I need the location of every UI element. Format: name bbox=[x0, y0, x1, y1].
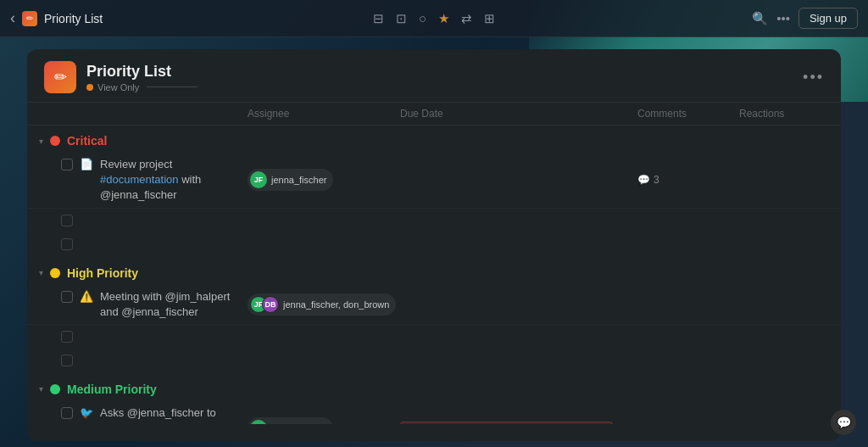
main-container: ✏ Priority List View Only ••• Assignee D… bbox=[27, 49, 841, 441]
group-medium-priority-header[interactable]: ▾ Medium Priority bbox=[27, 374, 841, 401]
medium-priority-title: Medium Priority bbox=[67, 383, 157, 396]
board-title: Priority List bbox=[86, 63, 793, 81]
due-date-cell: 📅 Jun 26, 2022, 11:00 PM - Jun 29, 2022,… bbox=[400, 422, 637, 424]
empty-row bbox=[27, 209, 841, 232]
assignee-name: jenna_fischer bbox=[271, 175, 326, 185]
grid-icon[interactable]: ⊞ bbox=[484, 11, 495, 26]
view-only-line bbox=[147, 87, 198, 87]
share-icon[interactable]: ⇄ bbox=[461, 11, 472, 26]
empty-checkbox[interactable] bbox=[61, 331, 73, 343]
task-name-cell: 📄 Review project #documentation with @je… bbox=[61, 157, 248, 204]
empty-row bbox=[27, 325, 841, 349]
task-text: Asks @jenna_fischer to assign action ite… bbox=[100, 405, 248, 424]
board-title-area: Priority List View Only bbox=[86, 63, 793, 92]
task-checkbox[interactable] bbox=[61, 407, 73, 419]
star-icon[interactable]: ★ bbox=[438, 11, 449, 26]
board-subtitle: View Only bbox=[86, 82, 793, 92]
due-date-chip: 📅 Jun 26, 2022, 11:00 PM - Jun 29, 2022,… bbox=[400, 422, 613, 424]
high-priority-title: High Priority bbox=[67, 266, 138, 280]
board-header: ✏ Priority List View Only ••• bbox=[27, 49, 841, 103]
page-icon: ✏ bbox=[22, 11, 37, 26]
assignee-cell: JF DB jenna_fischer, don_brown bbox=[248, 293, 400, 316]
board-menu-button[interactable]: ••• bbox=[803, 69, 824, 87]
empty-checkbox[interactable] bbox=[61, 355, 73, 366]
layout-icon-1[interactable]: ⊟ bbox=[373, 11, 384, 26]
topbar: ‹ ✏ Priority List ⊟ ⊡ ○ ★ ⇄ ⊞ 🔍 ••• Sign… bbox=[0, 0, 868, 37]
group-high-priority-header[interactable]: ▾ High Priority bbox=[27, 258, 841, 285]
page-title: Priority List bbox=[44, 12, 103, 25]
chat-button[interactable]: 💬 bbox=[831, 410, 856, 435]
collapse-high-icon[interactable]: ▾ bbox=[39, 268, 43, 277]
board-icon: ✏ bbox=[44, 61, 76, 93]
table-row: 🐦 Asks @jenna_fischer to assign action i… bbox=[27, 401, 841, 424]
search-icon[interactable]: 🔍 bbox=[752, 11, 768, 26]
more-icon[interactable]: ••• bbox=[776, 11, 790, 25]
high-priority-dot bbox=[50, 268, 60, 278]
avatar: JF bbox=[250, 171, 267, 188]
assignee-name: jenna_fischer bbox=[271, 423, 326, 424]
table-row: ⚠️ Meeting with @jim_halpert and @jenna_… bbox=[27, 285, 841, 325]
collapse-critical-icon[interactable]: ▾ bbox=[39, 137, 43, 146]
view-only-label: View Only bbox=[97, 82, 139, 92]
critical-title: Critical bbox=[67, 134, 107, 148]
collapse-medium-icon[interactable]: ▾ bbox=[39, 384, 43, 394]
col-comments: Comments bbox=[637, 108, 739, 120]
avatar-don: DB bbox=[262, 296, 279, 313]
view-only-dot bbox=[86, 84, 93, 91]
empty-checkbox[interactable] bbox=[61, 215, 73, 226]
topbar-center: ⊟ ⊡ ○ ★ ⇄ ⊞ bbox=[373, 11, 495, 26]
task-name-cell: ⚠️ Meeting with @jim_halpert and @jenna_… bbox=[61, 289, 248, 320]
task-checkbox[interactable] bbox=[61, 291, 73, 303]
group-high-priority: ▾ High Priority ⚠️ Meeting with @jim_hal… bbox=[27, 258, 841, 372]
col-assignee: Assignee bbox=[248, 108, 400, 120]
table-row: 📄 Review project #documentation with @je… bbox=[27, 153, 841, 209]
avatar: JF bbox=[250, 420, 267, 424]
medium-priority-dot bbox=[50, 384, 60, 394]
empty-row bbox=[27, 232, 841, 256]
assignee-name: jenna_fischer, don_brown bbox=[283, 299, 389, 310]
task-warning-icon: ⚠️ bbox=[80, 289, 93, 305]
signup-button[interactable]: Sign up bbox=[798, 8, 858, 29]
task-link[interactable]: #documentation bbox=[100, 173, 179, 186]
task-doc-icon: 📄 bbox=[80, 157, 93, 172]
avatar-group: JF DB bbox=[250, 296, 279, 313]
comments-cell: 💬 3 bbox=[637, 174, 739, 186]
topbar-right: 🔍 ••• Sign up bbox=[495, 8, 858, 29]
table-header: Assignee Due Date Comments Reactions bbox=[27, 103, 841, 126]
group-medium-priority: ▾ Medium Priority 🐦 Asks @jenna_fischer … bbox=[27, 374, 841, 424]
comment-icon: 💬 bbox=[637, 174, 650, 186]
assignee-cell: JF jenna_fischer bbox=[248, 169, 400, 191]
layout-icon-2[interactable]: ⊡ bbox=[396, 11, 407, 26]
task-name-cell: 🐦 Asks @jenna_fischer to assign action i… bbox=[61, 405, 248, 424]
assignee-cell: JF jenna_fischer bbox=[248, 417, 400, 424]
group-critical: ▾ Critical 📄 Review project #documentati… bbox=[27, 126, 841, 256]
assignee-chip: JF DB jenna_fischer, don_brown bbox=[248, 293, 396, 316]
topbar-left: ‹ ✏ Priority List bbox=[10, 9, 373, 27]
comment-count: 3 bbox=[654, 174, 659, 186]
task-bird-icon: 🐦 bbox=[80, 405, 93, 421]
empty-checkbox[interactable] bbox=[61, 238, 73, 250]
task-checkbox[interactable] bbox=[61, 159, 73, 170]
empty-row bbox=[27, 349, 841, 372]
task-text: Review project #documentation with @jenn… bbox=[100, 157, 248, 204]
content-area: ▾ Critical 📄 Review project #documentati… bbox=[27, 126, 841, 424]
col-task bbox=[44, 108, 248, 120]
col-reactions: Reactions bbox=[739, 108, 824, 120]
col-due-date: Due Date bbox=[400, 108, 637, 120]
assignee-chip: JF jenna_fischer bbox=[248, 417, 333, 424]
assignee-chip: JF jenna_fischer bbox=[248, 169, 333, 191]
group-critical-header[interactable]: ▾ Critical bbox=[27, 126, 841, 153]
critical-dot bbox=[50, 136, 60, 146]
layout-icon-3[interactable]: ○ bbox=[419, 11, 426, 25]
task-text: Meeting with @jim_halpert and @jenna_fis… bbox=[100, 289, 248, 320]
back-button[interactable]: ‹ bbox=[10, 9, 15, 27]
